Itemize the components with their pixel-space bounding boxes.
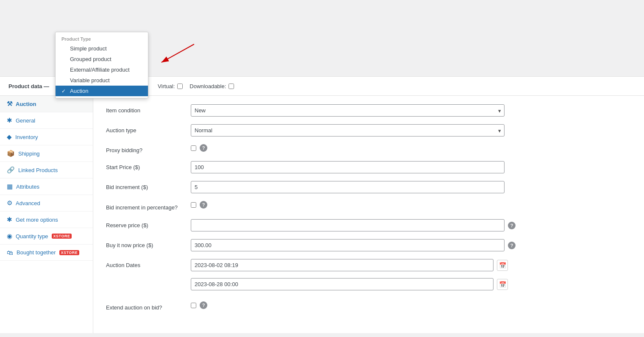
bid-increment-percentage-label: Bid increment in percentage?	[106, 201, 191, 212]
item-condition-control: New Used Refurbished ▾	[191, 104, 631, 117]
get-more-options-icon: ✱	[7, 216, 12, 223]
sidebar-item-general[interactable]: ✱ General	[0, 112, 93, 129]
sidebar-item-advanced-label: Advanced	[16, 200, 40, 206]
sidebar-item-shipping[interactable]: 📦 Shipping	[0, 145, 93, 162]
sidebar-item-inventory[interactable]: ◆ Inventory	[0, 129, 93, 145]
dropdown-item-external[interactable]: External/Affiliate product	[56, 64, 148, 75]
form-area: Item condition New Used Refurbished ▾ Au…	[93, 96, 644, 333]
attributes-icon: ▦	[7, 183, 13, 190]
auction-dates-control: 2023-08-02 08:19 📅 2023-08-28 00:00 📅	[191, 259, 631, 294]
dropdown-header: Product Type	[56, 34, 148, 43]
extend-auction-row: Extend auction on bid? ?	[106, 301, 631, 311]
reserve-price-label: Reserve price ($)	[106, 219, 191, 228]
start-price-label: Start Price ($)	[106, 161, 191, 170]
sidebar-item-quantity-type[interactable]: ◉ Quantity type XSTORE	[0, 228, 93, 245]
auction-type-select-wrapper: Normal Reverse ▾	[191, 124, 505, 136]
start-price-control: 100	[191, 161, 631, 173]
sidebar-item-bought-together[interactable]: 🛍 Bought together XSTORE	[0, 245, 93, 261]
check-mark-auction: ✓	[61, 88, 67, 94]
page-wrapper: Product Type Simple product Grouped prod…	[0, 0, 644, 337]
sidebar: ⚒ Auction ✱ General ◆ Inventory 📦 Shippi…	[0, 96, 93, 333]
sidebar-item-general-label: General	[16, 117, 35, 124]
downloadable-label: Downloadable:	[190, 83, 226, 89]
virtual-section: Virtual:	[158, 83, 183, 89]
bid-increment-percentage-control: ?	[191, 201, 631, 209]
buy-it-now-price-input[interactable]: 300.00	[191, 239, 505, 251]
reserve-price-help-icon[interactable]: ?	[508, 222, 516, 229]
bid-increment-percentage-checkbox-row: ?	[191, 201, 207, 209]
proxy-bidding-control: ?	[191, 144, 631, 152]
sidebar-item-linked-products[interactable]: 🔗 Linked Products	[0, 162, 93, 178]
sidebar-item-shipping-label: Shipping	[18, 150, 40, 157]
buy-it-now-price-label: Buy it now price ($)	[106, 239, 191, 248]
auction-icon: ⚒	[7, 100, 12, 108]
sidebar-item-get-more-options[interactable]: ✱ Get more options	[0, 212, 93, 228]
dropdown-item-grouped[interactable]: Grouped product	[56, 54, 148, 64]
proxy-bidding-help-icon[interactable]: ?	[200, 144, 207, 152]
reserve-price-row: Reserve price ($) ?	[106, 219, 631, 231]
bid-increment-percentage-help-icon[interactable]: ?	[200, 201, 207, 209]
extend-auction-checkbox-row: ?	[191, 301, 207, 309]
top-area: Product Type Simple product Grouped prod…	[0, 0, 644, 76]
item-condition-select[interactable]: New Used Refurbished	[191, 104, 505, 117]
extend-auction-help-icon[interactable]: ?	[200, 301, 207, 309]
sidebar-item-auction-label: Auction	[16, 101, 36, 107]
proxy-bidding-row: Proxy bidding? ?	[106, 144, 631, 153]
start-price-row: Start Price ($) 100	[106, 161, 631, 173]
auction-end-date-row: 2023-08-28 00:00 📅	[191, 278, 508, 290]
bid-increment-control: 5	[191, 181, 631, 193]
advanced-icon: ⚙	[7, 199, 12, 207]
item-condition-select-wrapper: New Used Refurbished ▾	[191, 104, 505, 117]
proxy-bidding-checkbox[interactable]	[191, 145, 196, 151]
quantity-type-icon: ◉	[7, 232, 12, 240]
auction-start-date-calendar-icon[interactable]: 📅	[497, 260, 508, 271]
sidebar-item-attributes[interactable]: ▦ Attributes	[0, 178, 93, 195]
bid-increment-input[interactable]: 5	[191, 181, 505, 193]
auction-type-row: Auction type Normal Reverse ▾	[106, 124, 631, 136]
virtual-checkbox[interactable]	[177, 84, 183, 89]
sidebar-item-advanced[interactable]: ⚙ Advanced	[0, 195, 93, 212]
proxy-bidding-label: Proxy bidding?	[106, 144, 191, 153]
bid-increment-row: Bid increment ($) 5	[106, 181, 631, 193]
auction-end-date-calendar-icon[interactable]: 📅	[497, 279, 508, 290]
item-condition-row: Item condition New Used Refurbished ▾	[106, 104, 631, 117]
bid-increment-label: Bid increment ($)	[106, 181, 191, 190]
buy-it-now-price-control: 300.00 ?	[191, 239, 631, 251]
product-data-label: Product data —	[8, 83, 49, 89]
sidebar-item-quantity-type-label: Quantity type	[16, 233, 48, 240]
red-arrow-indicator	[153, 42, 199, 68]
sidebar-item-attributes-label: Attributes	[16, 184, 39, 190]
start-price-input[interactable]: 100	[191, 161, 505, 173]
auction-type-select[interactable]: Normal Reverse	[191, 124, 505, 136]
inventory-icon: ◆	[7, 133, 12, 141]
extend-auction-checkbox[interactable]	[191, 303, 196, 308]
bought-together-icon: 🛍	[7, 249, 13, 256]
downloadable-checkbox[interactable]	[229, 84, 234, 89]
sidebar-item-bought-together-label: Bought together	[17, 249, 56, 256]
quantity-type-badge: XSTORE	[52, 234, 72, 239]
dropdown-item-variable[interactable]: Variable product	[56, 75, 148, 86]
virtual-label: Virtual:	[158, 83, 175, 89]
svg-line-1	[162, 44, 194, 62]
extend-auction-control: ?	[191, 301, 631, 309]
linked-products-icon: 🔗	[7, 166, 15, 174]
auction-dates-label: Auction Dates	[106, 259, 191, 268]
dropdown-item-simple[interactable]: Simple product	[56, 43, 148, 54]
auction-type-label: Auction type	[106, 124, 191, 134]
reserve-price-input[interactable]	[191, 219, 505, 231]
bought-together-badge: XSTORE	[59, 250, 80, 255]
general-icon: ✱	[7, 117, 12, 124]
bid-increment-percentage-checkbox[interactable]	[191, 202, 196, 208]
shipping-icon: 📦	[7, 150, 15, 157]
extend-auction-label: Extend auction on bid?	[106, 301, 191, 311]
auction-start-date-row: 2023-08-02 08:19 📅	[191, 259, 508, 271]
sidebar-item-get-more-options-label: Get more options	[16, 217, 58, 223]
buy-it-now-price-row: Buy it now price ($) 300.00 ?	[106, 239, 631, 251]
proxy-bidding-checkbox-row: ?	[191, 144, 207, 152]
auction-end-date-input[interactable]: 2023-08-28 00:00	[191, 278, 493, 290]
auction-start-date-input[interactable]: 2023-08-02 08:19	[191, 259, 493, 271]
buy-it-now-price-help-icon[interactable]: ?	[508, 242, 516, 249]
dropdown-item-auction[interactable]: ✓ Auction	[56, 86, 148, 96]
sidebar-item-linked-products-label: Linked Products	[18, 167, 58, 173]
bid-increment-percentage-row: Bid increment in percentage? ?	[106, 201, 631, 212]
